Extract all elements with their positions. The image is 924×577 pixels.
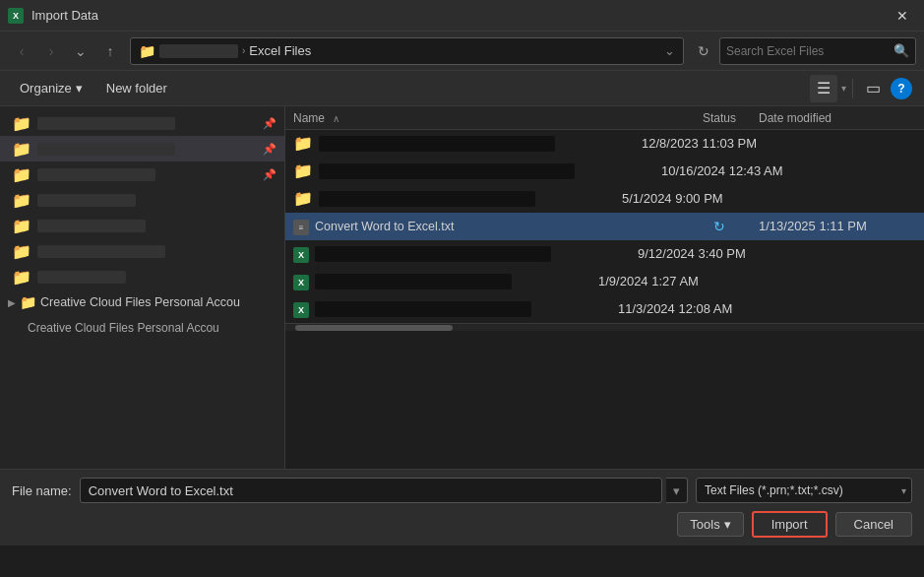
- file-date: 12/8/2023 11:03 PM: [642, 136, 799, 151]
- folder-icon: 📁: [12, 114, 31, 133]
- view-pane-icon: ▭: [866, 79, 881, 97]
- folder-icon: 📁: [12, 165, 31, 184]
- column-status[interactable]: Status: [680, 110, 759, 125]
- cloud-files-label: Creative Cloud Files Personal Accou: [40, 295, 240, 309]
- scrollbar-thumb[interactable]: [295, 325, 453, 331]
- tools-arrow: ▾: [724, 517, 731, 532]
- file-name-hidden: [319, 136, 555, 152]
- organize-button[interactable]: Organize ▾: [12, 77, 91, 99]
- file-date: 1/13/2025 1:11 PM: [759, 219, 916, 233]
- file-row[interactable]: 📁 12/8/2023 11:03 PM: [285, 130, 924, 158]
- back-button[interactable]: ‹: [8, 37, 35, 65]
- sidebar-tree-cloud[interactable]: ▶ 📁 Creative Cloud Files Personal Accou: [0, 289, 284, 315]
- sidebar-label-hidden: [37, 117, 175, 130]
- toolbar: Organize ▾ New folder ☰ ▾ ▭ ?: [0, 71, 924, 106]
- name-column-label: Name: [293, 111, 325, 125]
- sidebar-item-1[interactable]: 📁 📌: [0, 110, 284, 136]
- file-row[interactable]: 📁 5/1/2024 9:00 PM: [285, 185, 924, 213]
- file-row[interactable]: X 11/3/2024 12:08 AM: [285, 295, 924, 323]
- cancel-button[interactable]: Cancel: [835, 512, 912, 537]
- excel-icon: X: [293, 299, 309, 318]
- sidebar-label-hidden: [37, 143, 175, 156]
- bottom-section: File name: ▾ Text Files (*.prn;*.txt;*.c…: [0, 469, 924, 545]
- sidebar-label-hidden: [37, 271, 126, 284]
- address-bar[interactable]: 📁 › Excel Files ⌄: [130, 37, 684, 65]
- horizontal-scrollbar[interactable]: [285, 323, 924, 331]
- folder-icon: 📁: [293, 134, 313, 153]
- column-name[interactable]: Name ∧: [293, 110, 680, 125]
- excel-icon: X: [293, 272, 309, 290]
- folder-icon: 📁: [12, 217, 31, 235]
- action-row: Tools ▾ Import Cancel: [12, 511, 912, 538]
- address-hidden-path: [159, 44, 238, 58]
- import-button[interactable]: Import: [752, 511, 828, 538]
- toolbar-divider: [852, 79, 853, 98]
- sidebar-tree-cloud-text: Creative Cloud Files Personal Accou: [0, 315, 284, 341]
- view-dropdown-arrow[interactable]: ▾: [841, 83, 846, 94]
- sidebar-item-5[interactable]: 📁: [0, 213, 284, 238]
- file-name-label: Convert Word to Excel.txt: [315, 220, 680, 233]
- window-title: Import Data: [31, 8, 889, 23]
- file-row[interactable]: X 1/9/2024 1:27 AM: [285, 268, 924, 295]
- file-date: 11/3/2024 12:08 AM: [618, 301, 775, 316]
- forward-button[interactable]: ›: [37, 37, 65, 65]
- filename-row: File name: ▾ Text Files (*.prn;*.txt;*.c…: [12, 478, 912, 503]
- filetype-wrapper: Text Files (*.prn;*.txt;*.csv) All Excel…: [696, 478, 912, 503]
- refresh-button[interactable]: ↻: [690, 37, 717, 65]
- view-pane-button[interactable]: ▭: [859, 75, 887, 102]
- main-content: 📁 📌 📁 📌 📁 📌 📁 📁 📁 📁: [0, 106, 924, 469]
- view-details-icon: ☰: [817, 79, 831, 97]
- cloud-folder-icon: 📁: [20, 294, 36, 310]
- recent-locations-button[interactable]: ⌄: [67, 37, 94, 65]
- view-details-button[interactable]: ☰: [810, 75, 837, 102]
- folder-icon: 📁: [293, 189, 313, 208]
- tools-button[interactable]: Tools ▾: [677, 512, 743, 537]
- file-list: Name ∧ Status Date modified 📁 12/8/2023 …: [285, 106, 924, 469]
- search-box[interactable]: 🔍: [719, 37, 916, 65]
- sidebar: 📁 📌 📁 📌 📁 📌 📁 📁 📁 📁: [0, 106, 285, 469]
- sync-icon: ↻: [713, 219, 725, 234]
- close-button[interactable]: ✕: [889, 2, 916, 30]
- sidebar-item-6[interactable]: 📁: [0, 238, 284, 264]
- sidebar-item-3[interactable]: 📁 📌: [0, 161, 284, 187]
- new-folder-label: New folder: [106, 81, 167, 96]
- tools-label: Tools: [690, 517, 719, 532]
- file-name-hidden: [319, 191, 535, 207]
- filename-dropdown-button[interactable]: ▾: [666, 478, 688, 503]
- status-column-label: Status: [703, 111, 736, 125]
- sidebar-item-7[interactable]: 📁: [0, 264, 284, 289]
- navigation-bar: ‹ › ⌄ ↑ 📁 › Excel Files ⌄ ↻ 🔍: [0, 32, 924, 71]
- file-row[interactable]: 📁 10/16/2024 12:43 AM: [285, 158, 924, 185]
- file-row[interactable]: X 9/12/2024 3:40 PM: [285, 240, 924, 268]
- file-date: 5/1/2024 9:00 PM: [622, 191, 779, 206]
- folder-icon: 📁: [139, 43, 155, 59]
- column-date[interactable]: Date modified: [759, 110, 916, 125]
- folder-icon: 📁: [12, 140, 31, 159]
- filetype-select[interactable]: Text Files (*.prn;*.txt;*.csv) All Excel…: [696, 478, 912, 503]
- cloud-account-label: Creative Cloud Files Personal Accou: [8, 321, 219, 335]
- address-dropdown-arrow[interactable]: ⌄: [664, 43, 675, 58]
- help-button[interactable]: ?: [891, 78, 912, 99]
- address-current-folder: Excel Files: [249, 43, 311, 58]
- search-input[interactable]: [726, 44, 893, 58]
- organize-label: Organize: [20, 81, 72, 96]
- toolbar-right: ☰ ▾ ▭ ?: [810, 75, 912, 102]
- sidebar-label-hidden: [37, 245, 165, 258]
- organize-arrow: ▾: [76, 81, 83, 96]
- date-column-label: Date modified: [759, 111, 832, 125]
- filename-input[interactable]: [80, 478, 662, 503]
- txt-icon: ≡: [293, 217, 309, 236]
- sidebar-item-2[interactable]: 📁 📌: [0, 136, 284, 161]
- selected-file-row[interactable]: ≡ Convert Word to Excel.txt ↻ 1/13/2025 …: [285, 213, 924, 240]
- pin-icon: 📌: [263, 117, 277, 130]
- excel-icon: X: [293, 244, 309, 263]
- new-folder-button[interactable]: New folder: [98, 77, 175, 99]
- search-icon: 🔍: [893, 43, 909, 58]
- sidebar-label-hidden: [37, 168, 155, 181]
- title-bar: X Import Data ✕: [0, 0, 924, 32]
- folder-icon: 📁: [12, 268, 31, 287]
- up-button[interactable]: ↑: [96, 37, 124, 65]
- file-date: 10/16/2024 12:43 AM: [661, 163, 819, 178]
- pin-icon: 📌: [263, 143, 277, 156]
- sidebar-item-4[interactable]: 📁: [0, 187, 284, 213]
